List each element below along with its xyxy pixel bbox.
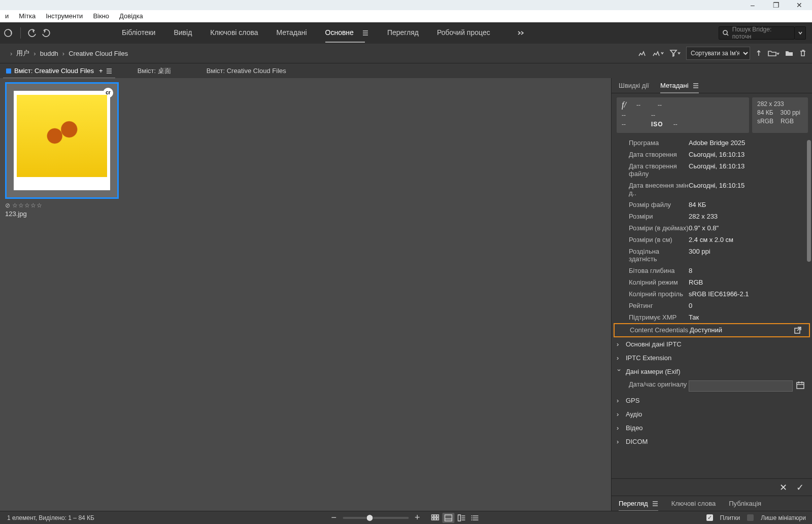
window-close[interactable]: ✕ — [788, 0, 811, 10]
panel-menu-icon[interactable] — [693, 83, 699, 89]
metadata-section[interactable]: ›DICOM — [612, 435, 812, 448]
undo-icon[interactable] — [28, 28, 37, 38]
thumbnail[interactable]: cr ⊘ ☆☆☆☆☆ 123.jpg — [5, 82, 119, 218]
metadata-row: Підтримує XMPТак — [612, 311, 812, 323]
window-minimize[interactable]: – — [741, 0, 764, 10]
tab-menu-icon[interactable] — [106, 68, 112, 74]
metadata-key: Дата внесення змін д.. — [629, 182, 689, 197]
rating-stars[interactable]: ☆☆☆☆☆ — [12, 202, 43, 209]
metadata-value: 0 — [689, 302, 805, 309]
metadata-key: Колірний режим — [629, 278, 689, 286]
menu-item[interactable]: Мітка — [14, 10, 41, 22]
metadata-section[interactable]: ›Основні дані IPTC — [612, 337, 812, 351]
metadata-section[interactable]: ›Відео — [612, 421, 812, 435]
filter-icon[interactable] — [669, 49, 681, 58]
menu-item[interactable]: и — [0, 10, 14, 22]
content-tab[interactable]: Вміст: Creative Cloud Files — [204, 63, 289, 79]
panel-tab-publish[interactable]: Публікація — [729, 496, 761, 511]
cancel-metadata-icon[interactable]: ✕ — [780, 482, 787, 493]
metadata-row: Розмір файлу84 КБ — [612, 199, 812, 211]
metadata-key: Розміри (в см) — [629, 236, 689, 243]
view-list-icon[interactable] — [469, 513, 481, 523]
workspace-tab[interactable]: Бібліотеки — [122, 28, 155, 38]
content-tab[interactable]: Вміст: Creative Cloud Files + — [3, 63, 115, 79]
workspace-tab[interactable]: Перегляд — [387, 28, 419, 38]
thumbnail-quality-icon[interactable] — [637, 49, 647, 57]
panel-menu-icon[interactable] — [652, 501, 658, 507]
menu-item[interactable]: Довідка — [114, 10, 148, 22]
search-input[interactable]: Пошук Bridge: поточн — [719, 26, 795, 40]
open-recent-icon[interactable] — [767, 49, 780, 58]
svg-point-14 — [471, 519, 472, 520]
metadata-value: Сьогодні, 16:10:13 — [689, 162, 805, 178]
redo-icon[interactable] — [41, 28, 50, 38]
breadcrumb[interactable]: buddh — [40, 50, 58, 57]
metadata-list[interactable]: ПрограмаAdobe Bridge 2025Дата створенняС… — [612, 137, 812, 478]
thumbnail-quality-dropdown-icon[interactable] — [652, 49, 664, 57]
breadcrumb[interactable]: 用户 — [16, 49, 29, 58]
metadata-row: Розміри (в см)2.4 см x 2.0 см — [612, 234, 812, 246]
breadcrumb-root-icon[interactable]: › — [10, 50, 12, 57]
slider-knob[interactable] — [366, 514, 373, 521]
sort-dropdown[interactable]: Сортувати за Ім'я ф… — [686, 47, 750, 60]
thumbnail-size-slider[interactable] — [343, 517, 409, 519]
apply-metadata-icon[interactable]: ✓ — [796, 482, 804, 493]
metadata-value: 282 x 233 — [689, 213, 805, 220]
svg-rect-10 — [445, 515, 452, 521]
svg-point-13 — [471, 517, 472, 518]
thumbs-only-checkbox[interactable] — [747, 514, 754, 521]
summary-ppi: 300 ppi — [781, 109, 800, 116]
scrollbar-thumb[interactable] — [807, 140, 811, 262]
metadata-section[interactable]: ›GPS — [612, 394, 812, 407]
content-tab[interactable]: Вміст: 桌面 — [134, 63, 174, 79]
workspace-tab-active[interactable]: Основне — [325, 28, 354, 38]
view-grid-icon[interactable] — [429, 513, 442, 523]
workspace-menu-icon[interactable] — [362, 29, 369, 37]
metadata-value: sRGB IEC61966-2.1 — [689, 290, 805, 298]
workspace-tab[interactable]: Вивід — [174, 28, 192, 38]
svg-rect-3 — [797, 382, 804, 389]
external-link-icon[interactable] — [794, 326, 802, 334]
panel-tab-metadata[interactable]: Метадані — [660, 78, 689, 93]
datetime-original-input[interactable] — [689, 380, 793, 392]
metadata-section[interactable]: ›Дані камери (Exif) — [612, 365, 812, 378]
metadata-row: Дата внесення змін д..Сьогодні, 16:10:15 — [612, 180, 812, 199]
trash-icon[interactable] — [799, 49, 807, 58]
calendar-icon[interactable] — [796, 380, 805, 392]
metadata-key: Колірний профіль — [629, 290, 689, 298]
sort-ascending-icon[interactable] — [755, 49, 762, 57]
workspace-tab[interactable]: Метадані — [277, 28, 307, 38]
view-thumbnail-icon[interactable] — [443, 513, 455, 523]
content-area[interactable]: cr ⊘ ☆☆☆☆☆ 123.jpg — [0, 78, 611, 511]
svg-rect-5 — [434, 515, 436, 517]
metadata-section[interactable]: ›IPTC Extension — [612, 351, 812, 365]
zoom-in-icon[interactable]: + — [415, 512, 420, 523]
menu-bar: и Мітка Інструменти Вікно Довідка — [0, 10, 812, 22]
separator — [20, 27, 21, 39]
workspace-tab[interactable]: Робочий процес — [437, 28, 490, 38]
workspace-tab[interactable]: Ключові слова — [210, 28, 258, 38]
zoom-out-icon[interactable]: − — [331, 512, 336, 523]
metadata-key: Дата створення — [629, 151, 689, 158]
menu-item[interactable]: Інструменти — [41, 10, 88, 22]
panel-tab-keywords[interactable]: Ключові слова — [671, 496, 716, 511]
metadata-value: 0.9" x 0.8" — [689, 224, 805, 232]
add-tab-icon[interactable]: + — [99, 67, 103, 75]
status-bar: 1 елемент, Виділено: 1 – 84 КБ − + ✓ Пли… — [0, 511, 812, 524]
reject-icon[interactable]: ⊘ — [5, 202, 10, 209]
tiles-checkbox[interactable]: ✓ — [706, 514, 713, 521]
view-details-icon[interactable] — [456, 513, 468, 523]
breadcrumb[interactable]: Creative Cloud Files — [69, 50, 128, 57]
workspace-overflow-icon[interactable] — [517, 29, 526, 37]
menu-item[interactable]: Вікно — [88, 10, 114, 22]
metadata-key: Content Credentials — [630, 326, 690, 334]
metadata-section[interactable]: ›Аудіо — [612, 407, 812, 421]
panel-tab-preview[interactable]: Перегляд — [619, 496, 648, 511]
metadata-field-label: Дата/час оригіналу — [629, 380, 689, 392]
new-folder-icon[interactable] — [785, 49, 794, 57]
thumbnail-filename: 123.jpg — [5, 210, 119, 218]
panel-tab-quick-actions[interactable]: Швидкі дії — [619, 78, 649, 93]
search-dropdown[interactable] — [795, 26, 806, 40]
path-bar: › 用户 › buddh › Creative Cloud Files Сорт… — [0, 44, 812, 63]
window-maximize[interactable]: ❐ — [764, 0, 788, 10]
